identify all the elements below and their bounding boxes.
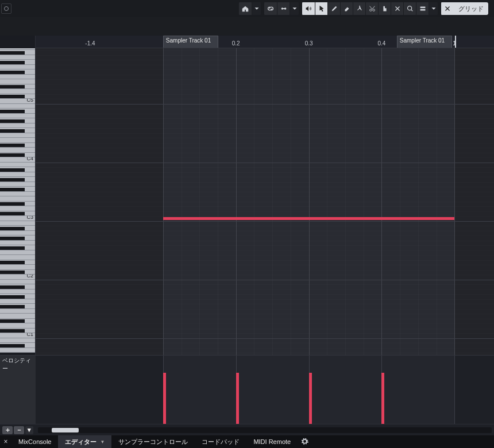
note-grid[interactable] bbox=[36, 48, 494, 355]
close-icon[interactable]: × bbox=[0, 438, 11, 446]
ruler-tick: 0.3 bbox=[305, 40, 313, 47]
tab-sampler[interactable]: サンプラーコントロール bbox=[111, 435, 195, 448]
glue-tool-icon[interactable] bbox=[378, 2, 391, 15]
snap-icon[interactable] bbox=[441, 2, 454, 15]
home-dropdown-icon[interactable] bbox=[252, 2, 261, 15]
add-button[interactable]: ＋ bbox=[2, 426, 13, 434]
link-icon[interactable] bbox=[264, 2, 277, 15]
zoom-tool-icon[interactable] bbox=[403, 2, 416, 15]
info-line-area bbox=[0, 17, 494, 36]
svg-point-4 bbox=[372, 9, 375, 11]
mute-tool-icon[interactable] bbox=[391, 2, 403, 15]
horizontal-scrollbar[interactable] bbox=[38, 427, 492, 433]
midi-note[interactable] bbox=[163, 217, 455, 220]
tab-midiremote[interactable]: MIDI Remote bbox=[246, 435, 298, 448]
velocity-event[interactable] bbox=[309, 373, 312, 424]
trim-tool-icon[interactable] bbox=[353, 2, 365, 15]
home-icon[interactable] bbox=[239, 2, 252, 15]
gear-icon[interactable] bbox=[298, 438, 311, 446]
draw-tool-icon[interactable] bbox=[327, 2, 340, 15]
tab-mixconsole[interactable]: MixConsole bbox=[11, 435, 58, 448]
solo-dropdown-icon[interactable] bbox=[290, 2, 299, 15]
remove-button[interactable]: － bbox=[14, 426, 24, 434]
tool-dropdown-icon[interactable] bbox=[429, 2, 438, 15]
ruler-tick: 0.4 bbox=[378, 40, 386, 47]
tab-editor[interactable]: エディター▼ bbox=[58, 435, 111, 448]
scissors-tool-icon[interactable] bbox=[365, 2, 378, 15]
svg-rect-2 bbox=[282, 8, 285, 9]
clip-header[interactable]: Sampler Track 01 bbox=[397, 36, 452, 48]
svg-point-5 bbox=[407, 6, 411, 10]
tab-chordpads[interactable]: コードパッド bbox=[195, 435, 246, 448]
ruler-tick: -1.4 bbox=[85, 40, 95, 47]
velocity-lane[interactable] bbox=[36, 356, 494, 424]
svg-rect-6 bbox=[420, 7, 425, 9]
solo-icon[interactable] bbox=[277, 2, 290, 15]
ruler-tick: 0.2 bbox=[232, 40, 240, 47]
velocity-event[interactable] bbox=[381, 373, 384, 424]
snap-mode-label[interactable]: グリッド bbox=[454, 2, 488, 15]
comp-tool-icon[interactable] bbox=[416, 2, 429, 15]
toolbar: グリッド bbox=[239, 2, 494, 16]
chevron-down-icon: ▼ bbox=[100, 439, 105, 445]
erase-tool-icon[interactable] bbox=[340, 2, 353, 15]
time-ruler[interactable]: -1.40.20.30.411.2Sampler Track 01Sampler… bbox=[36, 36, 494, 48]
scrollbar-thumb[interactable] bbox=[52, 428, 79, 432]
velocity-event[interactable] bbox=[236, 373, 239, 424]
velocity-lane-label: ベロシティー bbox=[0, 356, 36, 424]
playhead[interactable] bbox=[455, 36, 456, 48]
pointer-tool-icon[interactable] bbox=[315, 2, 327, 15]
velocity-event[interactable] bbox=[163, 373, 166, 424]
svg-rect-7 bbox=[420, 9, 425, 11]
svg-point-3 bbox=[369, 9, 372, 11]
ruler-corner bbox=[0, 36, 36, 48]
piano-keyboard[interactable]: C1C2C3C4C5C6 bbox=[0, 48, 36, 355]
lower-zone-tabs: × MixConsoleエディター▼サンプラーコントロールコードパッドMIDI … bbox=[0, 435, 494, 448]
record-toggle-icon[interactable] bbox=[1, 3, 11, 14]
zoom-dropdown-icon[interactable]: ▾ bbox=[25, 426, 33, 434]
audition-icon[interactable] bbox=[302, 2, 315, 15]
clip-header[interactable]: Sampler Track 01 bbox=[163, 36, 218, 48]
